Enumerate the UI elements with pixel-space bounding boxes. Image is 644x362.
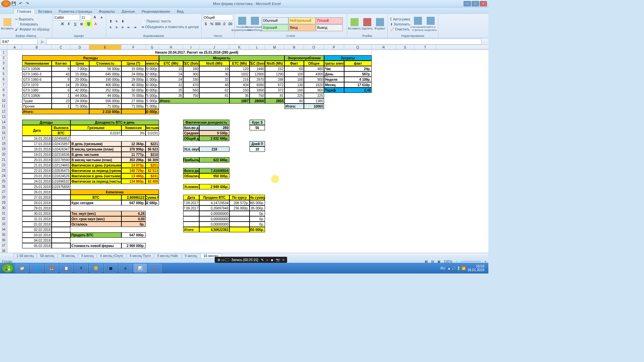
cell[interactable]: На сумму xyxy=(250,195,265,200)
cell[interactable]: Мощность xyxy=(159,55,284,61)
cell[interactable] xyxy=(183,211,199,216)
style-normal[interactable]: Обычный xyxy=(262,17,288,24)
explorer-icon[interactable]: 📁 xyxy=(15,264,29,273)
cell[interactable]: Дней П xyxy=(250,141,265,146)
cell[interactable]: 152 xyxy=(265,66,284,71)
cell[interactable]: 35 xyxy=(159,93,183,98)
cell[interactable]: 0,00000000 xyxy=(199,216,229,222)
cell[interactable]: 27.09.2017 xyxy=(183,205,199,211)
cell[interactable]: 44 000р. xyxy=(89,93,121,98)
indent-inc-icon[interactable]: ⇥ xyxy=(132,24,138,30)
formula-bar[interactable] xyxy=(46,39,482,45)
cell[interactable]: 3360 xyxy=(250,87,265,93)
align-right-icon[interactable]: ≡ xyxy=(120,24,126,30)
cell[interactable]: 6 xyxy=(52,87,70,93)
cell[interactable]: $251 xyxy=(146,163,159,168)
cell[interactable]: 288 xyxy=(265,77,284,82)
cell[interactable]: Дата xyxy=(183,195,199,200)
cell[interactable] xyxy=(52,200,70,205)
cell[interactable]: Расходы xyxy=(22,55,159,61)
cell[interactable]: 14 073р. xyxy=(121,163,146,168)
cell[interactable]: 0,02278590 xyxy=(52,157,70,163)
cell[interactable]: 1 032 000р. xyxy=(146,71,159,77)
cell[interactable] xyxy=(52,189,70,195)
cell[interactable]: Итого xyxy=(183,227,199,232)
cell[interactable]: 216 xyxy=(229,77,250,82)
cell[interactable]: 0,01896532 xyxy=(52,179,70,184)
cell[interactable]: 208 572р. xyxy=(229,200,250,205)
firefox-icon[interactable]: 🦊 xyxy=(45,264,58,273)
italic-button[interactable]: К xyxy=(66,21,72,26)
cell[interactable]: 0р. xyxy=(250,216,265,222)
rec-record-icon[interactable]: ● xyxy=(266,258,268,262)
cell[interactable]: 75 000р. xyxy=(146,93,159,98)
cell[interactable]: 672 xyxy=(265,82,284,87)
cell[interactable]: Доходность BTC в день xyxy=(70,120,159,125)
cell[interactable]: 236 800р. xyxy=(229,205,250,211)
worksheet[interactable]: ABCDEFGHIJKLMNOPQRST 1234567891011121314… xyxy=(0,45,488,253)
cell[interactable]: $241 xyxy=(146,173,159,179)
font-color-button[interactable]: A xyxy=(93,21,99,26)
cell[interactable]: $6 623 xyxy=(146,146,159,152)
cell[interactable] xyxy=(183,216,199,222)
cell[interactable]: 160 xyxy=(284,87,304,93)
cell[interactable]: Затраты xyxy=(324,55,372,61)
style-output[interactable]: Вывод xyxy=(316,24,343,31)
cell[interactable]: 8 xyxy=(52,66,70,71)
cell[interactable]: 28000 xyxy=(250,98,265,104)
wrap-text-button[interactable]: 📄Перенос текста xyxy=(141,19,200,24)
cell[interactable]: 647 000р. xyxy=(121,232,146,238)
cell[interactable]: 31 xyxy=(159,82,183,87)
recording-bar[interactable]: ⚙ ▭ ⛶ Запись [00:25:15] ✎ ● ■ 📷 × xyxy=(215,257,287,263)
cell[interactable]: 71 000р. xyxy=(70,104,89,109)
cell[interactable]: Доходы xyxy=(22,120,70,125)
cell[interactable]: Тушки xyxy=(22,98,52,104)
cell[interactable]: 14 xyxy=(52,82,70,87)
cell[interactable]: Продано BTC xyxy=(199,195,229,200)
maximize-button[interactable]: □ xyxy=(472,1,479,6)
cell[interactable]: 05.02.2018 xyxy=(22,243,52,248)
cell[interactable]: 950 006р. xyxy=(250,227,265,232)
cell[interactable]: 218 xyxy=(199,146,229,152)
cell[interactable]: 960 xyxy=(304,87,324,93)
cell[interactable]: 24.01.2018 xyxy=(22,179,52,184)
cell[interactable]: Грязными xyxy=(70,125,121,130)
cell[interactable]: 1 882 680р. xyxy=(146,200,159,205)
cell[interactable]: 2970 xyxy=(250,77,265,82)
cell[interactable]: 130 xyxy=(284,82,304,87)
sheet-tab[interactable]: 8 месяц (Окуп) xyxy=(97,253,126,258)
cell[interactable]: 17.09.2017 xyxy=(183,200,199,205)
cell[interactable]: 24 000р. xyxy=(121,71,146,77)
cell[interactable]: 16.01.2018 xyxy=(22,136,52,141)
cell[interactable]: 180 000р. xyxy=(89,77,121,82)
cell[interactable]: 71 000р. xyxy=(146,104,159,109)
app-icon-2[interactable]: 😊 xyxy=(89,264,103,273)
cell[interactable] xyxy=(52,232,70,238)
rec-controls-icon[interactable]: ⚙ ▭ ⛶ xyxy=(217,258,229,262)
cell[interactable]: 24 xyxy=(159,77,183,82)
cell[interactable] xyxy=(52,216,70,222)
cell[interactable]: 2 210 000р. xyxy=(89,109,121,114)
align-bot-icon[interactable]: ⬇ xyxy=(120,18,126,24)
cell[interactable]: 11 777р. xyxy=(121,152,146,157)
cell[interactable]: $221 xyxy=(146,141,159,146)
cell[interactable]: Прибыль xyxy=(183,157,199,163)
cell[interactable]: 15 xyxy=(159,66,183,71)
cell[interactable]: 370 906р. xyxy=(121,146,146,152)
rec-pen-icon[interactable]: ✎ xyxy=(261,258,264,262)
cell[interactable] xyxy=(121,109,146,114)
cell[interactable]: В день (грязными) xyxy=(70,141,121,146)
cell[interactable] xyxy=(229,211,250,216)
cell[interactable]: Цена (Т) xyxy=(121,61,146,66)
cell[interactable]: факт xyxy=(344,61,372,66)
cell[interactable]: $210 xyxy=(146,152,159,157)
indent-dec-icon[interactable]: ⇤ xyxy=(126,24,132,30)
cell[interactable]: GTX 1060-6 xyxy=(22,77,52,82)
redo-icon[interactable]: ↷ xyxy=(24,1,30,7)
cell[interactable]: 0,02124665 xyxy=(52,163,70,168)
cell[interactable]: GTX 1080ti xyxy=(22,93,52,98)
tab-insert[interactable]: Вставка xyxy=(35,9,55,14)
cell[interactable]: 03.02.2018 xyxy=(22,232,52,238)
system-tray[interactable]: RU ▲ 🔊 🔋 📶 16:53 26.01.2018 xyxy=(440,264,487,272)
cell[interactable]: 10 xyxy=(250,146,265,152)
